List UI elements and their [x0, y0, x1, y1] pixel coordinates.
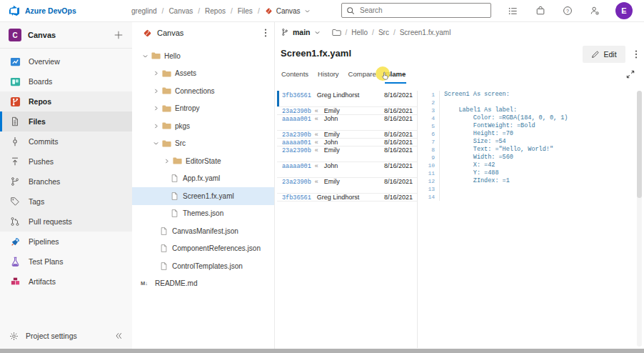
path-segment-screen1-fx-yaml[interactable]: Screen1.fx.yaml [400, 29, 451, 36]
breadcrumb-item-repos[interactable]: Repos [205, 7, 226, 15]
sidebar-item-pipelines[interactable]: Pipelines [0, 232, 132, 252]
commit-hash-link[interactable]: 23a2390b [282, 179, 311, 186]
commit-hash-link[interactable]: aaaaa001 [282, 116, 311, 123]
code-line: 13 [418, 185, 644, 193]
sidebar-item-branches[interactable]: Branches [0, 171, 132, 192]
line-number: 3 [418, 106, 440, 114]
chevron-right-icon[interactable] [162, 158, 171, 164]
sidebar-item-commits[interactable]: Commits [0, 131, 132, 151]
test-plans-icon [9, 257, 21, 267]
help-icon[interactable]: ? [563, 6, 573, 16]
path-segment-hello[interactable]: Hello [351, 29, 368, 36]
repository-icon [143, 29, 152, 38]
tree-item-themes-json[interactable]: Themes.json [132, 205, 274, 223]
project-settings-button[interactable]: Project settings [0, 326, 132, 346]
chevron-down-icon[interactable] [141, 53, 150, 59]
chevron-right-icon[interactable] [151, 88, 161, 94]
breadcrumb: greglind/Canvas/Repos/Files/Canvas [131, 7, 311, 15]
chevron-right-icon[interactable] [151, 123, 161, 129]
azure-devops-home-link[interactable]: Azure DevOps [0, 5, 131, 16]
view-blame-prior-icon[interactable]: « [315, 131, 318, 138]
commit-hash-link[interactable]: aaaaa001 [282, 163, 311, 170]
breadcrumb-item-greglind[interactable]: greglind [131, 7, 157, 15]
breadcrumb-item-canvas[interactable]: Canvas [168, 7, 193, 15]
tree-item-readme-md[interactable]: M↓README.md [132, 275, 274, 293]
tree-item-label: App.fx.yaml [183, 174, 220, 182]
marketplace-bag-icon[interactable] [535, 6, 545, 16]
more-options-icon[interactable] [635, 49, 638, 59]
project-name[interactable]: Canvas [28, 31, 107, 39]
tab-history[interactable]: History [317, 68, 340, 84]
folder-outline-icon[interactable] [332, 29, 341, 36]
tab-compare[interactable]: Compare [348, 68, 377, 84]
commits-icon [9, 136, 21, 146]
user-settings-icon[interactable] [590, 6, 600, 16]
project-avatar[interactable]: C [9, 29, 21, 41]
view-blame-prior-icon[interactable]: « [315, 146, 318, 154]
sidebar-item-label: Repos [29, 97, 51, 106]
edit-button[interactable]: Edit [583, 46, 625, 63]
vertical-scrollbar[interactable] [637, 91, 642, 347]
path-segment-src[interactable]: Src [378, 29, 389, 36]
tree-item-controltemplates-json[interactable]: ControlTemplates.json [132, 257, 274, 275]
commit-hash-link[interactable]: 3fb36561 [282, 92, 311, 99]
sidebar-item-tags[interactable]: Tags [0, 192, 132, 212]
chevron-right-icon[interactable] [151, 70, 161, 76]
blame-group: aaaaa001«John8/16/2021 [277, 138, 417, 146]
scrollbar-thumb[interactable] [637, 91, 642, 198]
sidebar-item-artifacts[interactable]: Artifacts [0, 272, 132, 292]
branches-icon [9, 176, 21, 187]
sidebar-item-repos[interactable]: Repos [0, 91, 132, 111]
view-blame-prior-icon[interactable]: « [315, 139, 318, 146]
breadcrumb-project-selector[interactable]: Canvas [265, 7, 311, 15]
sidebar-item-label: Pushes [29, 157, 54, 166]
edit-button-label: Edit [603, 50, 616, 59]
tree-item-hello[interactable]: Hello [132, 47, 274, 65]
sidebar-item-boards[interactable]: Boards [0, 71, 132, 91]
code-line: 6 Height: =70 [418, 130, 644, 138]
file-viewer: main /Hello/Src/Screen1.fx.yaml Screen1.… [275, 22, 644, 349]
tree-item-assets[interactable]: Assets [132, 65, 274, 83]
code-line: 3 Label1 As label: [418, 106, 644, 114]
tree-item-pkgs[interactable]: pkgs [132, 117, 274, 135]
avatar[interactable]: E [615, 2, 633, 19]
commit-hash-link[interactable]: 23a2390b [282, 147, 311, 154]
collapse-sidebar-icon[interactable] [114, 332, 123, 340]
view-blame-prior-icon[interactable]: « [315, 178, 318, 185]
sidebar-item-pull-requests[interactable]: Pull requests [0, 212, 132, 232]
repo-diamond-icon [265, 7, 273, 15]
breadcrumb-item-files[interactable]: Files [238, 7, 253, 15]
more-options-icon[interactable] [264, 28, 267, 38]
tree-item-componentreferences-json[interactable]: ComponentReferences.json [132, 240, 274, 258]
task-list-icon[interactable] [508, 6, 518, 16]
tree-item-src[interactable]: Src [132, 135, 274, 153]
code-line: 9 Width: =560 [418, 154, 644, 161]
file-icon [158, 262, 169, 270]
branch-selector[interactable]: main [281, 28, 321, 36]
tab-contents[interactable]: Contents [281, 68, 309, 84]
search-input[interactable] [358, 6, 486, 15]
view-blame-prior-icon[interactable]: « [315, 115, 318, 122]
tree-item-connections[interactable]: Connections [132, 82, 274, 100]
sidebar-item-test-plans[interactable]: Test Plans [0, 252, 132, 272]
tree-item-entropy[interactable]: Entropy [132, 100, 274, 118]
repository-selector[interactable]: Canvas [132, 22, 274, 44]
chevron-down-icon[interactable] [151, 140, 161, 146]
sidebar-item-overview[interactable]: Overview [0, 51, 132, 71]
commit-hash-link[interactable]: 3fb36561 [282, 194, 311, 202]
view-blame-prior-icon[interactable]: « [315, 107, 318, 114]
add-icon[interactable] [114, 30, 124, 40]
tree-item-label: ControlTemplates.json [172, 262, 243, 270]
tree-item-app-fx-yaml[interactable]: App.fx.yaml [132, 170, 274, 188]
sidebar-item-files[interactable]: Files [0, 111, 132, 131]
breadcrumb-project-label: Canvas [276, 7, 301, 15]
view-blame-prior-icon[interactable]: « [315, 162, 318, 169]
sidebar-item-pushes[interactable]: Pushes [0, 151, 132, 171]
tree-item-editorstate[interactable]: EditorState [132, 152, 274, 170]
fullscreen-expand-icon[interactable] [626, 70, 635, 79]
blame-date: 8/16/2021 [384, 107, 413, 114]
tree-item-label: Themes.json [183, 209, 223, 217]
tree-item-canvasmanifest-json[interactable]: CanvasManifest.json [132, 222, 274, 240]
tree-item-screen1-fx-yaml[interactable]: Screen1.fx.yaml [132, 187, 274, 205]
chevron-right-icon[interactable] [151, 105, 161, 111]
